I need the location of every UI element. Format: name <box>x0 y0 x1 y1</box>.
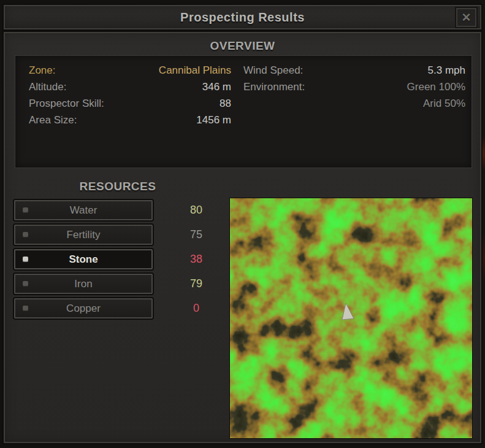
prospector-skill-label: Prospector Skill: <box>29 95 104 112</box>
resource-button-stone[interactable]: Stone <box>14 249 153 269</box>
overview-row-area-size: Area Size: 1456 m <box>29 112 231 128</box>
resource-button-water[interactable]: Water <box>14 200 153 220</box>
window-title: Prospecting Results <box>5 6 480 28</box>
wind-speed-label: Wind Speed: <box>243 62 303 79</box>
area-size-value: 1456 m <box>196 112 231 128</box>
stone-button-label: Stone <box>15 250 151 268</box>
overview-row-zone: Zone: Cannibal Plains <box>29 62 231 79</box>
area-size-label: Area Size: <box>29 112 77 128</box>
fertility-button-label: Fertility <box>15 226 151 244</box>
title-bar[interactable]: Prospecting Results ✕ <box>4 5 481 29</box>
overview-box: Zone: Cannibal Plains Altitude: 346 m Pr… <box>15 55 472 168</box>
prospecting-results-window: Prospecting Results ✕ OVERVIEW Zone: Can… <box>0 0 485 448</box>
iron-button-label: Iron <box>15 275 151 293</box>
resource-button-copper[interactable]: Copper <box>14 298 153 319</box>
overview-row-altitude: Altitude: 346 m <box>29 79 231 95</box>
resources-section-title: RESOURCES <box>10 180 226 193</box>
fertility-value: 75 <box>178 225 215 245</box>
zone-value: Cannibal Plains <box>159 62 231 79</box>
resource-button-fertility[interactable]: Fertility <box>14 225 153 245</box>
prospector-skill-value: 88 <box>220 95 231 112</box>
environment-arid-value: Arid 50% <box>423 95 465 112</box>
overview-row-wind-speed: Wind Speed: 5.3 mph <box>243 62 465 79</box>
altitude-label: Altitude: <box>29 79 66 95</box>
wind-speed-value: 5.3 mph <box>428 62 465 79</box>
environment-label: Environment: <box>243 79 305 95</box>
copper-value: 0 <box>178 298 215 319</box>
copper-button-label: Copper <box>15 299 151 317</box>
zone-label: Zone: <box>29 62 55 79</box>
overview-right-column: Wind Speed: 5.3 mph Environment: Green 1… <box>243 62 465 112</box>
iron-value: 79 <box>178 274 215 294</box>
game-world-bleed <box>481 0 485 448</box>
close-icon[interactable]: ✕ <box>456 8 476 27</box>
altitude-value: 346 m <box>202 79 231 95</box>
water-value: 80 <box>178 200 215 220</box>
environment-green-value: Green 100% <box>407 79 465 95</box>
overview-row-environment-arid: Arid 50% <box>243 95 465 112</box>
water-button-label: Water <box>15 201 151 219</box>
resource-button-iron[interactable]: Iron <box>14 274 153 294</box>
overview-section-title: OVERVIEW <box>5 39 480 53</box>
dialog-body: OVERVIEW Zone: Cannibal Plains Altitude:… <box>4 32 481 443</box>
overview-left-column: Zone: Cannibal Plains Altitude: 346 m Pr… <box>29 62 231 128</box>
resource-density-map[interactable] <box>230 198 472 438</box>
overview-row-environment: Environment: Green 100% <box>243 79 465 95</box>
overview-row-prospector-skill: Prospector Skill: 88 <box>29 95 231 112</box>
stone-value: 38 <box>178 249 215 269</box>
